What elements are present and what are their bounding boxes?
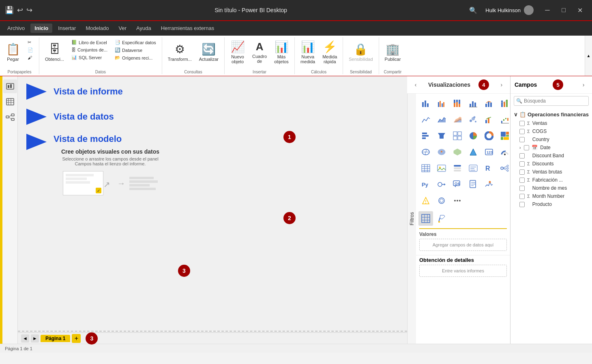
viz-python[interactable]: Py — [418, 177, 433, 192]
ribbon-dataverse-button[interactable]: 🔄 Dataverse — [112, 47, 159, 54]
viz-r-visual[interactable]: R — [482, 161, 496, 176]
field-country[interactable]: Σ Country — [510, 135, 592, 143]
field-ventas-brutas[interactable]: Σ Ventas brutas — [510, 168, 592, 176]
viz-map[interactable] — [418, 145, 433, 159]
menu-insertar[interactable]: Insertar — [54, 24, 80, 33]
menu-modelado[interactable]: Modelado — [82, 24, 113, 33]
viz-azure-map[interactable] — [466, 145, 480, 159]
date-checkbox[interactable] — [524, 145, 529, 150]
viz-column-chart[interactable] — [466, 96, 480, 111]
viz-image[interactable] — [434, 161, 449, 176]
viz-area-chart[interactable] — [434, 112, 449, 127]
viz-waterfall[interactable] — [498, 112, 510, 127]
viz-filled-map[interactable] — [434, 145, 449, 159]
viz-grid-visual[interactable] — [418, 211, 433, 226]
menu-herramientas[interactable]: Herramientas externas — [157, 24, 219, 33]
menu-ver[interactable]: Ver — [115, 24, 131, 33]
ribbon-scroll[interactable]: ▲ — [585, 36, 592, 76]
field-fabricacion[interactable]: Σ Fabricación ... — [510, 176, 592, 184]
ribbon-origenes-button[interactable]: 📂 Orígenes reci... — [112, 54, 159, 61]
ribbon-especificar-button[interactable]: 📑 Especificar datos — [112, 39, 159, 46]
viz-pie[interactable] — [466, 128, 480, 143]
menu-archivo[interactable]: Archivo — [3, 24, 29, 33]
add-page-button[interactable]: + — [72, 334, 81, 343]
ribbon-conjuntos-button[interactable]: 🗄 Conjuntos de... — [69, 47, 110, 53]
save-icon[interactable]: 💾 — [5, 6, 14, 15]
ventas-brutas-checkbox[interactable] — [519, 169, 525, 175]
viz-anomaly[interactable] — [482, 177, 496, 192]
nombre-mes-checkbox[interactable] — [519, 186, 525, 191]
viz-line-column[interactable] — [482, 96, 496, 111]
viz-100percent-bar[interactable] — [450, 96, 465, 111]
viz-key-influencers[interactable] — [434, 177, 449, 192]
field-date[interactable]: › 📅 Date — [510, 143, 592, 152]
redo-icon[interactable]: ↪ — [26, 6, 32, 15]
viz-decomp-tree[interactable] — [498, 161, 510, 176]
cogs-checkbox[interactable] — [519, 129, 525, 134]
obtener-dropzone[interactable]: Entre varios informes — [419, 265, 507, 277]
ribbon-pegar-button[interactable]: 📋 Pegar — [3, 37, 23, 66]
ribbon-copiar-button[interactable]: 📄 — [25, 47, 36, 54]
sidebar-report-view[interactable] — [3, 79, 17, 93]
minimize-button[interactable]: ─ — [540, 4, 555, 16]
viz-ribbon-chart[interactable] — [498, 96, 510, 111]
ribbon-mas-objetos-button[interactable]: 📊 Másobjetos — [272, 37, 291, 66]
ribbon-sqlserver-button[interactable]: 📊 SQL Server — [69, 54, 110, 61]
ribbon-cortar-button[interactable]: ✂ — [25, 39, 36, 46]
ribbon-publicar-button[interactable]: 🏢 Publicar — [382, 37, 403, 66]
viz-panel-collapse-left[interactable]: ‹ — [411, 81, 420, 88]
close-button[interactable]: ✕ — [573, 4, 587, 16]
fields-panel-collapse[interactable]: › — [579, 81, 588, 88]
country-checkbox[interactable] — [519, 137, 525, 142]
field-discounts[interactable]: Σ Discounts — [510, 160, 592, 168]
discount-band-checkbox[interactable] — [519, 153, 525, 158]
field-group-operaciones[interactable]: ∨ 📋 Operaciones financieras — [510, 110, 592, 119]
viz-table[interactable] — [418, 161, 433, 176]
ribbon-nueva-medida-button[interactable]: 📊 Nuevamedida — [298, 37, 317, 66]
field-month-number[interactable]: Σ Month Number — [510, 192, 592, 200]
date-expand-icon[interactable]: › — [519, 146, 521, 150]
viz-gauge[interactable] — [498, 145, 510, 159]
viz-qa[interactable]: Q& — [450, 177, 465, 192]
valores-dropzone[interactable]: Agregar campos de datos aquí — [419, 239, 507, 251]
viz-donut[interactable] — [482, 128, 496, 143]
field-discount-band[interactable]: Σ Discount Band — [510, 152, 592, 160]
ribbon-actualizar-button[interactable]: 🔄 Actualizar — [197, 37, 221, 66]
viz-ellipsis[interactable] — [450, 193, 465, 208]
fields-search[interactable]: 🔍 — [514, 96, 589, 106]
menu-inicio[interactable]: Inicio — [30, 24, 52, 33]
viz-funnel[interactable] — [434, 128, 449, 143]
ribbon-cuadro-button[interactable]: A Cuadrode — [250, 37, 269, 66]
prev-page-button[interactable]: ◄ — [21, 334, 29, 343]
viz-paginated[interactable] — [466, 177, 480, 192]
viz-shape-map[interactable] — [450, 145, 465, 159]
viz-card[interactable]: 123 — [482, 145, 496, 159]
viz-format-paint[interactable] — [434, 211, 449, 226]
viz-panel-collapse-right[interactable]: › — [497, 81, 506, 88]
menu-ayuda[interactable]: Ayuda — [132, 24, 155, 33]
sidebar-data-view[interactable] — [3, 95, 17, 109]
viz-scatter[interactable] — [466, 112, 480, 127]
ribbon-obtener-button[interactable]: 🗄 Obtenci... — [43, 37, 66, 66]
sidebar-model-view[interactable] — [3, 110, 17, 124]
ribbon-transformar-button[interactable]: ⚙ Transform... — [165, 37, 194, 66]
page-1-tab[interactable]: Página 1 — [41, 335, 70, 342]
viz-line-chart[interactable] — [418, 112, 433, 127]
ribbon-medida-rapida-button[interactable]: ⚡ Medidarápida — [320, 37, 339, 66]
next-page-button[interactable]: ► — [31, 334, 39, 343]
viz-line-clustered[interactable] — [482, 112, 496, 127]
viz-slicer[interactable] — [450, 161, 465, 176]
field-ventas[interactable]: Σ Ventas — [510, 119, 592, 127]
ribbon-nuevo-objeto-button[interactable]: 📈 Nuevoobjeto — [228, 37, 247, 66]
ventas-checkbox[interactable] — [519, 121, 525, 126]
viz-clustered-bar[interactable] — [434, 96, 449, 111]
viz-build[interactable] — [434, 193, 449, 208]
viz-treemap[interactable] — [498, 128, 510, 143]
ribbon-sensibilidad-button[interactable]: 🔒 Sensibilidad — [346, 37, 375, 66]
maximize-button[interactable]: □ — [556, 4, 571, 16]
title-search[interactable]: 🔍 — [469, 6, 477, 14]
undo-icon[interactable]: ↩ — [17, 6, 23, 15]
viz-horizontal-bar[interactable] — [418, 128, 433, 143]
viz-smart-narrative[interactable] — [466, 161, 480, 176]
ribbon-excel-button[interactable]: 📗 Libro de Excel — [69, 39, 110, 46]
